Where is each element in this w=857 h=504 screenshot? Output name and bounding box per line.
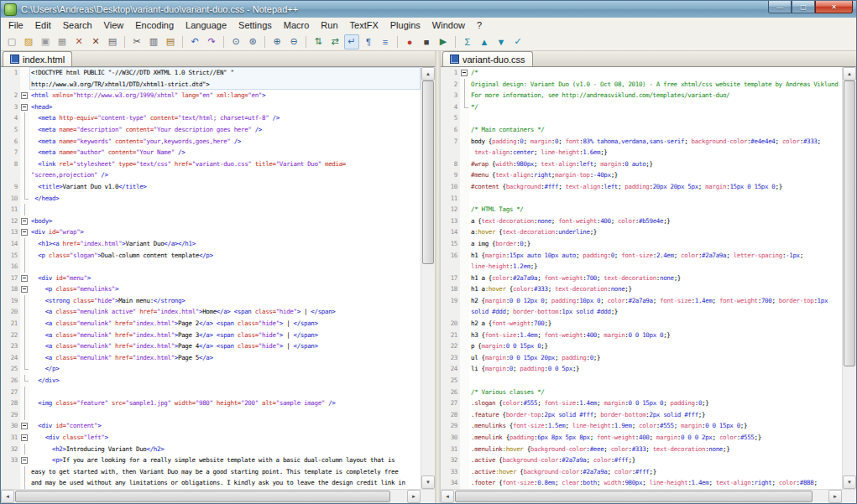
left-vertical-scrollbar[interactable]: ▲ ▼	[421, 67, 435, 489]
fold-collapse-icon[interactable]	[21, 275, 28, 282]
open-folder-icon[interactable]: ▨	[21, 34, 36, 49]
code-text[interactable]: /* Various classes */	[469, 387, 842, 398]
code-text[interactable]: h1 a:hover {color:#333; text-decoration:…	[469, 283, 842, 295]
scroll-right-button[interactable]: ►	[407, 490, 421, 503]
code-text[interactable]: <meta name="author" content="Your Name" …	[29, 147, 421, 158]
close-file-icon[interactable]: ✕	[71, 34, 86, 49]
zoom-in-icon[interactable]: ⊕	[269, 34, 285, 49]
code-text[interactable]	[469, 193, 842, 205]
sync-scroll-vertical-icon[interactable]: ⇅	[311, 34, 326, 49]
code-text[interactable]: .menulinks {font-size:1.5em; line-height…	[469, 420, 842, 432]
code-text[interactable]: <!DOCTYPE html PUBLIC "-//W3C//DTD XHTML…	[29, 67, 421, 79]
code-text[interactable]: <img class="feature" src="sample1.jpg" w…	[29, 397, 421, 409]
code-text[interactable]: <p>If you are looking for a really simpl…	[29, 455, 421, 466]
scrollbar-track[interactable]	[843, 81, 856, 475]
redo-icon[interactable]: ↷	[204, 34, 219, 49]
save-all-icon[interactable]: ▦	[55, 34, 70, 49]
tab-variant-duo-css[interactable]: variant-duo.css	[442, 51, 533, 66]
fold-collapse-icon[interactable]	[21, 286, 28, 293]
code-text[interactable]: <html xmlns="http://www.w3.org/1999/xhtm…	[29, 90, 421, 101]
code-text[interactable]	[29, 204, 421, 216]
new-file-icon[interactable]: ▢	[4, 34, 19, 49]
code-text[interactable]: .active:hover {background-color:#2a7a9a;…	[469, 466, 842, 478]
code-text[interactable]	[29, 409, 421, 421]
code-text[interactable]: <meta name="description" content="Your d…	[29, 124, 421, 136]
word-wrap-icon[interactable]: ↵	[344, 34, 359, 49]
code-text[interactable]: /* HTML Tags */	[469, 204, 842, 216]
code-text[interactable]: a {text-decoration:none; font-weight:400…	[469, 216, 842, 227]
zoom-out-icon[interactable]: ⊖	[286, 34, 301, 49]
code-text[interactable]: a:hover {text-decoration:underline;}	[469, 226, 842, 238]
menu-edit[interactable]: Edit	[29, 18, 57, 32]
code-text[interactable]: <title>Variant Duo v1.0</title>	[29, 181, 421, 193]
menu-language[interactable]: Language	[180, 18, 233, 32]
code-text[interactable]: easy to get started with, then Variant D…	[29, 466, 421, 478]
scroll-down-button[interactable]: ▼	[421, 475, 435, 489]
code-text[interactable]: a img {border:0;}	[469, 238, 842, 250]
scrollbar-track[interactable]	[14, 490, 407, 503]
scroll-up-button[interactable]: ▲	[421, 67, 435, 81]
code-text[interactable]: .menulink {padding:6px 8px 5px 8px; font…	[469, 432, 842, 444]
code-text[interactable]: <head>	[29, 101, 421, 113]
maximize-button[interactable]: ▢	[792, 1, 815, 13]
textfx-sum-icon[interactable]: Σ	[460, 34, 475, 49]
menu-file[interactable]: File	[3, 18, 29, 32]
fold-collapse-icon[interactable]	[21, 92, 28, 99]
paste-icon[interactable]: ▤	[163, 34, 178, 49]
scroll-left-button[interactable]: ◄	[441, 490, 454, 503]
code-text[interactable]: text-align:center; line-height:1.6em;}	[469, 147, 842, 158]
code-text[interactable]: <a class="menulink" href="index.html">Pa…	[29, 318, 421, 330]
code-text[interactable]: li {margin:0; padding:0 0 5px;}	[469, 363, 842, 375]
code-text[interactable]: */	[469, 101, 842, 113]
code-editor-right[interactable]: 1/*2Original design: Variant Duo (v1.0 -…	[441, 67, 842, 489]
code-text[interactable]: <body>	[29, 216, 421, 227]
code-text[interactable]: h2 a {font-weight:700;}	[469, 318, 842, 330]
code-text[interactable]: solid #ddd; border-bottom:1px solid #ddd…	[469, 306, 842, 318]
scroll-left-button[interactable]: ◄	[1, 490, 14, 503]
fold-collapse-icon[interactable]	[21, 423, 28, 429]
menu-help[interactable]: ?	[471, 18, 488, 32]
code-text[interactable]: <p class="slogan">Dual-column content te…	[29, 250, 421, 262]
code-text[interactable]: .active {background-color:#2a7a9a; color…	[469, 455, 842, 466]
pane-splitter[interactable]	[435, 51, 441, 503]
minimize-button[interactable]: —	[768, 1, 792, 13]
code-text[interactable]: <p class="menulinks">	[29, 283, 421, 295]
code-text[interactable]	[469, 375, 842, 387]
horizontal-scrollbar-thumb[interactable]	[15, 491, 390, 502]
code-text[interactable]: For more information, see http://andreas…	[469, 90, 842, 101]
scroll-right-button[interactable]: ►	[828, 490, 842, 503]
horizontal-scrollbar-thumb[interactable]	[455, 491, 813, 502]
code-text[interactable]: ul {margin:0 0 15px 20px; padding:0;}	[469, 352, 842, 364]
code-text[interactable]: h1 {margin:15px auto 10px auto; padding:…	[469, 250, 842, 262]
save-icon[interactable]: ▣	[38, 34, 53, 49]
code-text[interactable]: <strong class="hide">Main menu:</strong>	[29, 295, 421, 307]
code-text[interactable]: <a class="menulink active" href="index.h…	[29, 306, 421, 318]
code-editor-left[interactable]: 1<!DOCTYPE html PUBLIC "-//W3C//DTD XHTM…	[1, 67, 421, 489]
scroll-up-button[interactable]: ▲	[843, 67, 856, 81]
sort-descending-icon[interactable]: ▼	[494, 34, 509, 49]
code-text[interactable]: <div id="wrap">	[29, 226, 421, 238]
code-text[interactable]: <meta http-equiv="content-type" content=…	[29, 112, 421, 124]
print-icon[interactable]: ▤	[105, 34, 120, 49]
code-text[interactable]: <a class="menulink" href="index.html">Pa…	[29, 330, 421, 341]
fold-collapse-icon[interactable]	[21, 457, 28, 464]
code-text[interactable]: .menulink:hover {background-color:#eee; …	[469, 444, 842, 455]
menu-window[interactable]: Window	[426, 18, 471, 32]
vertical-scrollbar-thumb[interactable]	[844, 81, 855, 366]
sync-scroll-horizontal-icon[interactable]: ⇄	[327, 34, 342, 49]
code-text[interactable]: <div id="menu">	[29, 273, 421, 284]
menu-settings[interactable]: Settings	[233, 18, 278, 32]
menu-macro[interactable]: Macro	[278, 18, 316, 32]
scrollbar-track[interactable]	[421, 81, 435, 475]
menu-search[interactable]: Search	[57, 18, 98, 32]
menu-textfx[interactable]: TextFX	[344, 18, 384, 32]
code-text[interactable]: "screen,projection" />	[29, 169, 421, 181]
code-text[interactable]: and may be used without any limitations …	[29, 477, 421, 489]
code-text[interactable]: .feature {border-top:2px solid #fff; bor…	[469, 409, 842, 421]
sort-ascending-icon[interactable]: ▲	[477, 34, 492, 49]
vertical-scrollbar-thumb[interactable]	[422, 81, 434, 264]
right-vertical-scrollbar[interactable]: ▲ ▼	[842, 67, 856, 489]
macro-stop-icon[interactable]: ■	[419, 34, 434, 49]
code-text[interactable]: /*	[469, 67, 842, 79]
macro-record-icon[interactable]: ●	[402, 34, 417, 49]
